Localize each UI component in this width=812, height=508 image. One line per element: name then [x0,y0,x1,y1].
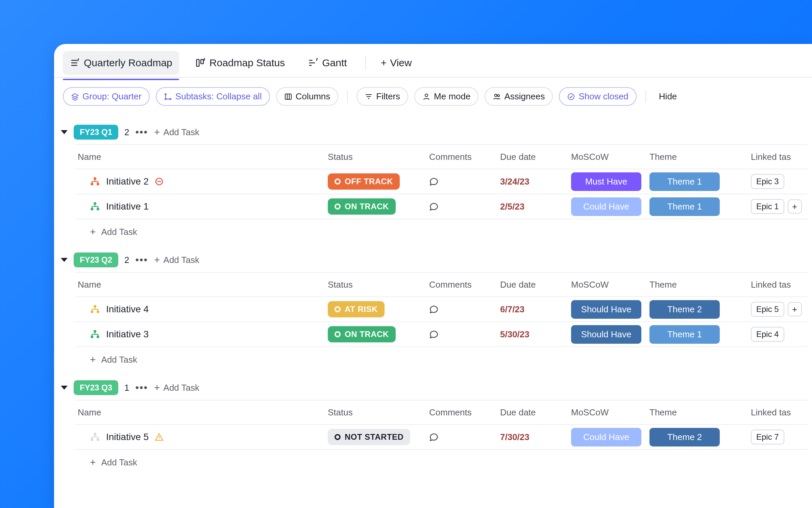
cell-due[interactable]: 2/5/23 [497,200,568,213]
col-due[interactable]: Due date [497,150,568,164]
status-pill[interactable]: ON TRACK [328,198,396,215]
linked-task-pill[interactable]: Epic 5 [751,302,784,317]
group-more-button[interactable]: ••• [136,383,148,393]
cell-theme[interactable]: Theme 1 [647,196,748,217]
collapse-caret-icon[interactable] [61,258,68,262]
col-comments[interactable]: Comments [426,150,497,164]
cell-comments[interactable] [426,200,497,213]
add-task-button[interactable]: + Add Task [75,353,325,366]
theme-pill[interactable]: Theme 2 [649,428,720,446]
group-add-task-button[interactable]: + Add Task [154,255,199,265]
comment-icon[interactable] [429,305,495,314]
cell-due[interactable]: 6/7/23 [497,303,568,316]
cell-comments[interactable] [426,431,497,443]
col-comments[interactable]: Comments [426,278,497,291]
filters-chip[interactable]: Filters [356,87,408,106]
cell-comments[interactable] [426,328,497,340]
status-pill[interactable]: OFF TRACK [328,173,400,190]
me-mode-chip[interactable]: Me mode [414,87,478,106]
assignees-chip[interactable]: Assignees [485,87,553,106]
col-linked[interactable]: Linked tas [748,278,807,291]
tab-quarterly-roadmap[interactable]: Quarterly Roadmap [63,51,179,75]
cell-status[interactable]: OFF TRACK [325,172,426,191]
moscow-pill[interactable]: Must Have [571,172,641,191]
cell-moscow[interactable]: Should Have [568,324,647,345]
linked-task-pill[interactable]: Epic 3 [751,174,784,189]
col-theme[interactable]: Theme [647,150,748,164]
cell-linked[interactable]: Epic 1 + [748,198,807,215]
cell-status[interactable]: NOT STARTED [325,428,426,446]
cell-moscow[interactable]: Could Have [568,196,647,217]
cell-name[interactable]: Initiative 5 [75,430,325,444]
hide-button[interactable]: Hide [655,88,681,105]
add-task-row[interactable]: + Add Task [75,219,807,244]
cell-name[interactable]: Initiative 2 [75,175,325,188]
add-view-button[interactable]: + View [377,51,415,75]
col-linked[interactable]: Linked tas [748,150,807,164]
subtasks-chip[interactable]: Subtasks: Collapse all [156,87,270,106]
col-status[interactable]: Status [325,278,426,291]
col-comments[interactable]: Comments [426,406,497,419]
collapse-caret-icon[interactable] [61,130,68,134]
table-row[interactable]: Initiative 1 ON TRACK 2/5/23 Could Have … [75,194,807,219]
cell-due[interactable]: 7/30/23 [497,431,568,444]
cell-linked[interactable]: Epic 3 [748,173,807,190]
linked-task-pill[interactable]: Epic 4 [751,327,784,342]
comment-icon[interactable] [429,432,495,442]
cell-comments[interactable] [426,175,497,188]
group-more-button[interactable]: ••• [136,255,148,265]
col-name[interactable]: Name [75,406,325,419]
comment-icon[interactable] [429,330,495,339]
cell-name[interactable]: Initiative 1 [75,200,325,213]
cell-theme[interactable]: Theme 1 [647,171,748,192]
col-theme[interactable]: Theme [647,406,748,419]
collapse-caret-icon[interactable] [61,386,68,390]
col-due[interactable]: Due date [497,278,568,291]
cell-due[interactable]: 3/24/23 [497,175,568,188]
cell-moscow[interactable]: Must Have [568,171,647,192]
cell-moscow[interactable]: Should Have [568,299,647,320]
cell-theme[interactable]: Theme 2 [647,427,748,448]
col-status[interactable]: Status [325,150,426,164]
cell-linked[interactable]: Epic 4 [748,325,807,343]
cell-theme[interactable]: Theme 2 [647,299,748,320]
group-add-task-button[interactable]: + Add Task [154,383,199,393]
quarter-pill[interactable]: FY23 Q3 [74,380,118,395]
group-chip[interactable]: Group: Quarter [63,87,150,106]
add-task-button[interactable]: + Add Task [75,456,325,469]
cell-status[interactable]: AT RISK [325,300,426,319]
col-theme[interactable]: Theme [647,278,748,291]
cell-name[interactable]: Initiative 3 [75,328,325,341]
col-moscow[interactable]: MoSCoW [568,150,647,164]
group-more-button[interactable]: ••• [136,127,148,137]
moscow-pill[interactable]: Could Have [571,428,641,446]
tab-roadmap-status[interactable]: Roadmap Status [189,51,292,75]
moscow-pill[interactable]: Could Have [571,197,641,216]
table-row[interactable]: Initiative 2 OFF TRACK 3/24/23 Must Have… [75,169,807,194]
moscow-pill[interactable]: Should Have [571,325,641,344]
add-task-row[interactable]: + Add Task [75,450,807,475]
comment-icon[interactable] [429,177,495,186]
status-pill[interactable]: AT RISK [328,301,385,317]
table-row[interactable]: Initiative 4 AT RISK 6/7/23 Should Have … [75,297,807,322]
cell-due[interactable]: 5/30/23 [497,328,568,341]
cell-comments[interactable] [426,303,497,315]
add-linked-button[interactable]: + [788,199,802,214]
col-moscow[interactable]: MoSCoW [568,278,647,291]
add-task-button[interactable]: + Add Task [75,225,325,239]
col-due[interactable]: Due date [497,406,568,419]
columns-chip[interactable]: Columns [276,87,339,106]
quarter-pill[interactable]: FY23 Q1 [74,125,118,140]
col-name[interactable]: Name [75,278,325,291]
theme-pill[interactable]: Theme 2 [649,300,720,319]
linked-task-pill[interactable]: Epic 7 [751,430,784,444]
add-linked-button[interactable]: + [788,302,802,316]
cell-linked[interactable]: Epic 7 [748,428,807,446]
tab-gantt[interactable]: Gantt [301,51,353,75]
cell-linked[interactable]: Epic 5 + [748,300,807,318]
cell-theme[interactable]: Theme 1 [647,324,748,345]
col-moscow[interactable]: MoSCoW [568,406,647,419]
col-linked[interactable]: Linked tas [748,406,807,419]
status-pill[interactable]: ON TRACK [328,326,396,342]
theme-pill[interactable]: Theme 1 [649,325,720,344]
